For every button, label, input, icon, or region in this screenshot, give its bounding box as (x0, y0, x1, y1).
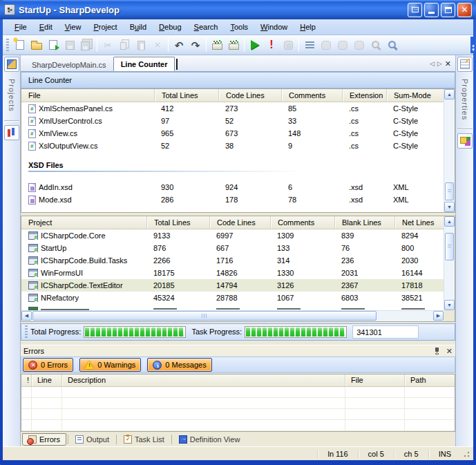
title-bar[interactable]: StartUp - SharpDevelop ✕ (0, 0, 476, 19)
close-tab-icon[interactable]: ✕ (445, 59, 451, 68)
table-row[interactable]: AddIn.xsd9309246.xsdXML (21, 181, 444, 193)
scroll-up-icon[interactable]: ▲ (444, 89, 455, 99)
column-header[interactable]: Description (61, 374, 345, 386)
scroll-track[interactable] (444, 100, 455, 201)
doc-tab-sharpdevelopmain-cs[interactable]: SharpDevelopMain.cs (25, 58, 113, 71)
column-header[interactable]: ! (21, 374, 31, 386)
next-tab-icon[interactable]: ▷ (437, 60, 442, 67)
column-header[interactable]: Line (31, 374, 61, 386)
bottom-tab-errors[interactable]: Errors (22, 433, 66, 446)
scroll-up-icon[interactable]: ▲ (444, 216, 455, 227)
column-header[interactable]: Net Lines (394, 216, 444, 229)
scroll-thumb[interactable] (32, 311, 377, 321)
column-header[interactable]: Sum-Mode (386, 89, 444, 102)
resize-grip-icon[interactable] (462, 450, 470, 458)
build-button[interactable] (209, 37, 225, 53)
table-row[interactable]: WinFormsUI18175148261330203116144 (21, 267, 444, 279)
prev-tab-icon[interactable]: ◁ (430, 60, 435, 67)
column-header[interactable]: File (345, 374, 404, 386)
column-header[interactable]: Extension (342, 89, 386, 102)
menu-item-window[interactable]: Window (254, 21, 294, 33)
scroll-thumb[interactable] (445, 182, 454, 200)
bottom-tab-definition-view[interactable]: Definition View (173, 434, 246, 445)
projects-tab-label[interactable]: Projects (8, 79, 16, 112)
scroll-track[interactable] (32, 311, 432, 321)
close-button[interactable]: ✕ (457, 3, 472, 17)
table-row[interactable] (21, 304, 444, 310)
table-row[interactable]: ICSharpCode.Build.Tasks22661716314236203… (21, 254, 444, 267)
column-header[interactable]: File (21, 89, 154, 102)
column-header[interactable]: Blank Lines (334, 216, 394, 229)
table-row[interactable]: XmlUserControl.cs975233.csC-Style (21, 115, 444, 127)
abort-build-button[interactable]: ! (263, 37, 280, 53)
classes-icon[interactable] (4, 125, 19, 140)
warning-icon (85, 361, 94, 370)
column-header[interactable]: Total Lines (154, 89, 218, 102)
menu-item-debug[interactable]: Debug (153, 21, 187, 33)
open-project-button[interactable] (45, 37, 61, 53)
table-row[interactable]: Mode.xsd28617878.xsdXML (21, 193, 444, 206)
maximize-button[interactable] (441, 3, 455, 17)
menu-item-help[interactable]: Help (294, 21, 322, 33)
scroll-down-icon[interactable]: ▼ (444, 300, 455, 310)
undo-button[interactable]: ↶ (171, 37, 187, 53)
table-row[interactable]: XmlSchemasPanel.cs41227385.csC-Style (21, 102, 444, 115)
redo-button[interactable]: ↷ (187, 37, 204, 53)
properties-icon[interactable] (457, 57, 473, 72)
toolbox-icon[interactable] (457, 133, 473, 149)
projects-icon[interactable] (4, 57, 19, 72)
new-file-button[interactable] (12, 37, 28, 53)
scroll-left-icon[interactable]: ◀ (21, 311, 32, 321)
menu-item-search[interactable]: Search (188, 21, 225, 33)
table-row[interactable]: StartUp87666713376800 (21, 242, 444, 254)
column-header[interactable]: Code Lines (218, 89, 281, 102)
errors-grid-header[interactable]: !LineDescriptionFilePath (21, 374, 455, 387)
table-row[interactable]: XslOutputView.cs52389.csC-Style (21, 140, 444, 152)
lines-button[interactable] (301, 37, 318, 53)
column-header[interactable]: Total Lines (146, 216, 209, 229)
bottom-tab-task-list[interactable]: Task List (118, 434, 170, 445)
run-button[interactable] (247, 37, 263, 53)
projects-vertical-scrollbar[interactable]: ▲ ▼ (444, 216, 455, 310)
minimize-button[interactable] (424, 3, 439, 17)
column-header[interactable]: Code Lines (209, 216, 270, 229)
filter-button--warnings[interactable]: 0 Warnings (79, 358, 141, 372)
column-header[interactable]: Path (404, 374, 455, 386)
toolbar-grip[interactable] (6, 39, 9, 51)
toolbar-overflow-icon[interactable]: ▼▼ (470, 37, 476, 53)
filter-button--messages[interactable]: 0 Messages (147, 358, 211, 372)
table-row[interactable]: XmlView.cs965673148.csC-Style (21, 127, 444, 140)
search-button[interactable] (384, 37, 401, 53)
pin-icon[interactable] (434, 347, 441, 355)
menu-item-view[interactable]: View (59, 21, 88, 33)
column-header[interactable]: Comments (270, 216, 334, 229)
scroll-thumb[interactable] (445, 233, 454, 260)
float-window-button[interactable] (408, 3, 422, 17)
menu-item-build[interactable]: Build (124, 21, 153, 33)
progress-grip[interactable] (25, 325, 28, 338)
table-row[interactable]: NRefactory45324287881067680338521 (21, 292, 444, 304)
projects-table-header[interactable]: ProjectTotal LinesCode LinesCommentsBlan… (21, 216, 444, 229)
menu-item-project[interactable]: Project (87, 21, 123, 33)
files-vertical-scrollbar[interactable]: ▲ ▼ (444, 89, 455, 212)
scroll-right-icon[interactable]: ▶ (433, 311, 444, 321)
column-header[interactable]: Project (21, 216, 146, 229)
table-row[interactable]: ICSharpCode.TextEditor201851479431262367… (21, 279, 444, 292)
files-table-header[interactable]: FileTotal LinesCode LinesCommentsExtensi… (21, 89, 444, 102)
scroll-down-icon[interactable]: ▼ (444, 202, 455, 212)
open-file-button[interactable] (28, 37, 45, 53)
value-cell (209, 304, 270, 310)
build-all-button[interactable] (225, 37, 242, 53)
menu-item-tools[interactable]: Tools (224, 21, 254, 33)
menu-item-file[interactable]: File (8, 21, 33, 33)
projects-horizontal-scrollbar[interactable]: ◀ ▶ (21, 310, 455, 321)
column-header[interactable]: Comments (281, 89, 342, 102)
properties-tab-label[interactable]: Properties (461, 79, 469, 120)
menu-item-edit[interactable]: Edit (33, 21, 59, 33)
bottom-tab-output[interactable]: Output (70, 434, 115, 445)
filter-button--errors[interactable]: 0 Errors (23, 358, 73, 372)
scroll-track[interactable] (444, 227, 455, 299)
close-panel-icon[interactable]: ✕ (446, 347, 453, 356)
table-row[interactable]: ICSharpCode.Core9133699713098398294 (21, 229, 444, 242)
doc-tab-line-counter[interactable]: Line Counter (113, 57, 175, 71)
